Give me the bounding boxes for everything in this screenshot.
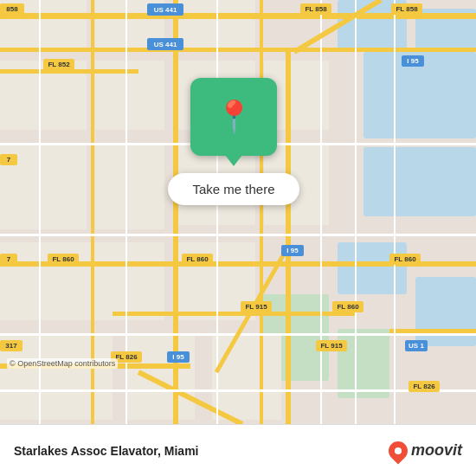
svg-text:7: 7 <box>7 156 11 164</box>
svg-text:FL 915: FL 915 <box>320 342 343 350</box>
svg-text:US 1: US 1 <box>408 342 424 350</box>
svg-rect-17 <box>95 242 164 320</box>
svg-rect-4 <box>363 147 476 216</box>
svg-text:FL 860: FL 860 <box>337 303 359 311</box>
map-container: US 441 US 441 FL 858 FL 858 858 FL 852 I… <box>0 0 476 424</box>
svg-text:US 441: US 441 <box>154 6 177 14</box>
svg-rect-8 <box>338 329 389 398</box>
svg-text:FL 826: FL 826 <box>115 353 138 361</box>
svg-text:FL 860: FL 860 <box>186 255 209 263</box>
svg-text:7: 7 <box>7 255 11 263</box>
svg-text:US 441: US 441 <box>154 41 177 48</box>
take-me-there-button[interactable]: Take me there <box>168 173 299 205</box>
svg-rect-46 <box>355 0 357 424</box>
svg-rect-44 <box>216 0 218 424</box>
svg-rect-37 <box>260 0 263 424</box>
svg-rect-18 <box>125 333 195 420</box>
copyright-text: © OpenStreetMap contributors <box>7 358 118 369</box>
svg-text:FL 852: FL 852 <box>48 61 70 68</box>
svg-rect-41 <box>0 389 476 392</box>
moovit-logo-text: moovit <box>411 441 462 460</box>
location-name: Starlakes Assoc Elavator, Miami <box>14 444 198 458</box>
svg-text:FL 826: FL 826 <box>413 383 435 390</box>
location-info: Starlakes Assoc Elavator, Miami <box>14 444 198 458</box>
svg-rect-30 <box>113 312 355 316</box>
svg-text:FL 858: FL 858 <box>396 5 418 13</box>
svg-text:FL 860: FL 860 <box>52 255 74 263</box>
svg-text:317: 317 <box>5 342 17 350</box>
svg-text:FL 858: FL 858 <box>305 5 327 13</box>
moovit-pin-icon <box>384 437 411 464</box>
svg-text:858: 858 <box>6 5 18 13</box>
svg-text:I 95: I 95 <box>286 247 299 254</box>
svg-rect-5 <box>338 242 407 294</box>
popup-bubble: 📍 <box>190 78 277 156</box>
svg-text:I 95: I 95 <box>407 57 419 65</box>
location-pin-icon: 📍 <box>215 101 254 132</box>
map-popup: 📍 Take me there <box>134 78 333 205</box>
svg-text:FL 915: FL 915 <box>245 303 267 311</box>
svg-rect-23 <box>212 333 281 420</box>
svg-rect-39 <box>0 234 476 236</box>
moovit-logo: moovit <box>389 441 462 460</box>
svg-rect-47 <box>394 0 396 424</box>
svg-text:I 95: I 95 <box>172 353 184 361</box>
svg-rect-27 <box>0 48 476 52</box>
svg-rect-45 <box>320 0 322 424</box>
svg-text:FL 860: FL 860 <box>394 255 416 263</box>
bottom-bar: Starlakes Assoc Elavator, Miami moovit <box>0 424 476 476</box>
